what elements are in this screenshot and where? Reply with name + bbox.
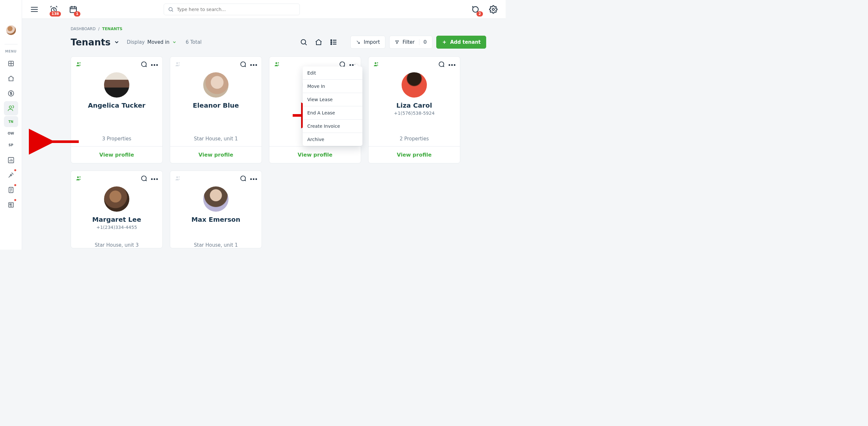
menu-item[interactable]: View Lease [303, 93, 362, 106]
rail-sub-tenants[interactable]: TN [4, 116, 18, 127]
tenant-name: Angelica Tucker [71, 101, 162, 109]
list-view-icon[interactable] [330, 38, 337, 46]
calendar-badge: 1 [74, 11, 81, 17]
tenant-avatar[interactable] [203, 186, 228, 212]
breadcrumb-dashboard[interactable]: DASHBOARD [71, 27, 96, 31]
breadcrumb-separator: / [98, 27, 99, 31]
settings-button[interactable] [489, 5, 498, 14]
tenant-grid: Angelica Tucker3 PropertiesView profileE… [71, 56, 486, 248]
display-value: Moved in [147, 39, 169, 45]
svg-point-22 [80, 62, 81, 64]
tenant-card: EditMove InView LeaseEnd A LeaseCreate I… [269, 56, 361, 163]
more-menu-button[interactable] [151, 178, 158, 180]
svg-point-9 [9, 106, 11, 108]
tenant-card: Eleanor BlueStar House, unit 1View profi… [170, 56, 262, 163]
tenant-avatar[interactable] [104, 186, 129, 212]
svg-point-26 [278, 62, 279, 64]
menu-item[interactable]: End A Lease [303, 106, 362, 120]
rail-properties[interactable] [4, 71, 18, 86]
more-menu-button[interactable] [250, 178, 257, 180]
menu-item[interactable]: Create Invoice [303, 120, 362, 133]
rail-reports[interactable] [4, 153, 18, 167]
import-icon [356, 40, 361, 44]
rail-sub-service-pros[interactable]: SP [4, 140, 18, 150]
tenant-avatar[interactable] [402, 72, 427, 98]
notification-dot-icon [14, 184, 16, 186]
more-menu-button[interactable] [151, 64, 158, 66]
search-icon[interactable] [300, 38, 308, 46]
card-actions [239, 175, 257, 183]
view-profile-link[interactable]: View profile [71, 147, 162, 163]
current-user-avatar[interactable] [6, 25, 16, 35]
card-actions [140, 175, 158, 183]
rail-documents[interactable] [4, 183, 18, 197]
tenant-name: Eleanor Blue [170, 101, 261, 109]
chevron-down-icon [114, 39, 120, 45]
home-icon [7, 75, 14, 82]
alerts-button[interactable]: 138 [49, 5, 58, 14]
view-profile-link[interactable]: View profile [170, 147, 261, 163]
tenant-status-icon [75, 61, 82, 69]
tenant-phone: +1(234)334-4455 [71, 225, 162, 230]
search-input[interactable] [177, 7, 296, 12]
menu-item[interactable]: Move In [303, 80, 362, 93]
card-actions [239, 61, 257, 69]
page-header: Tenants Display Moved in 6 Total Import … [71, 36, 486, 49]
display-filter[interactable]: Display Moved in [127, 39, 177, 45]
home-icon[interactable] [315, 38, 322, 46]
svg-point-31 [176, 176, 178, 178]
gear-icon [489, 5, 498, 13]
svg-point-24 [179, 62, 180, 64]
global-search[interactable] [164, 4, 300, 15]
breadcrumb-current: TENANTS [102, 27, 123, 31]
menu-item[interactable]: Edit [303, 66, 362, 80]
import-button[interactable]: Import [350, 36, 385, 49]
chat-button[interactable] [438, 61, 445, 69]
filter-label: Filter [403, 39, 414, 45]
card-context-menu: EditMove InView LeaseEnd A LeaseCreate I… [303, 66, 362, 146]
tools-icon [7, 172, 14, 179]
card-actions [438, 61, 455, 69]
topbar: 138 1 2 [22, 0, 506, 19]
chat-button[interactable] [239, 175, 246, 183]
hamburger-menu-button[interactable] [30, 5, 39, 14]
topbar-right-cluster: 2 [471, 5, 498, 14]
tenant-card: Margaret Lee+1(234)334-4455Star House, u… [71, 171, 163, 248]
dollar-icon [7, 90, 14, 97]
tenant-phone: +1(576)538-5924 [369, 111, 460, 116]
chat-button[interactable] [239, 61, 246, 69]
tenant-meta: 3 Properties [71, 131, 162, 142]
chat-button[interactable] [140, 175, 147, 183]
rail-files[interactable] [4, 198, 18, 212]
chevron-down-icon [172, 40, 177, 44]
tenant-status-icon [274, 61, 280, 69]
rail-sub-owners[interactable]: OW [4, 128, 18, 139]
view-profile-link[interactable]: View profile [269, 147, 361, 163]
menu-item[interactable]: Archive [303, 133, 362, 146]
rail-people[interactable] [4, 101, 18, 115]
tenant-avatar[interactable] [104, 72, 129, 98]
page-title[interactable]: Tenants [71, 37, 120, 48]
svg-point-17 [331, 44, 332, 45]
rail-accounting[interactable] [4, 86, 18, 100]
rail-dashboard[interactable] [4, 56, 18, 71]
tenant-avatar[interactable] [203, 72, 228, 98]
more-menu-button[interactable] [448, 64, 455, 66]
main-content: DASHBOARD / TENANTS Tenants Display Move… [22, 19, 506, 250]
view-controls [300, 38, 337, 46]
page-title-text: Tenants [71, 37, 111, 48]
chat-button[interactable] [140, 61, 147, 69]
view-profile-link[interactable]: View profile [369, 147, 460, 163]
display-label: Display [127, 39, 145, 45]
rail-maintenance[interactable] [4, 168, 18, 182]
add-tenant-button[interactable]: Add tenant [436, 36, 486, 49]
messages-button[interactable]: 2 [471, 5, 480, 14]
news-icon [7, 201, 14, 209]
svg-point-6 [492, 8, 495, 10]
calendar-button[interactable]: 1 [69, 5, 78, 14]
svg-rect-11 [10, 174, 12, 176]
filter-button[interactable]: Filter 0 [389, 36, 432, 49]
tenant-meta: Star House, unit 1 [170, 238, 261, 248]
more-menu-button[interactable] [250, 64, 257, 66]
tenant-status-icon [75, 175, 82, 183]
